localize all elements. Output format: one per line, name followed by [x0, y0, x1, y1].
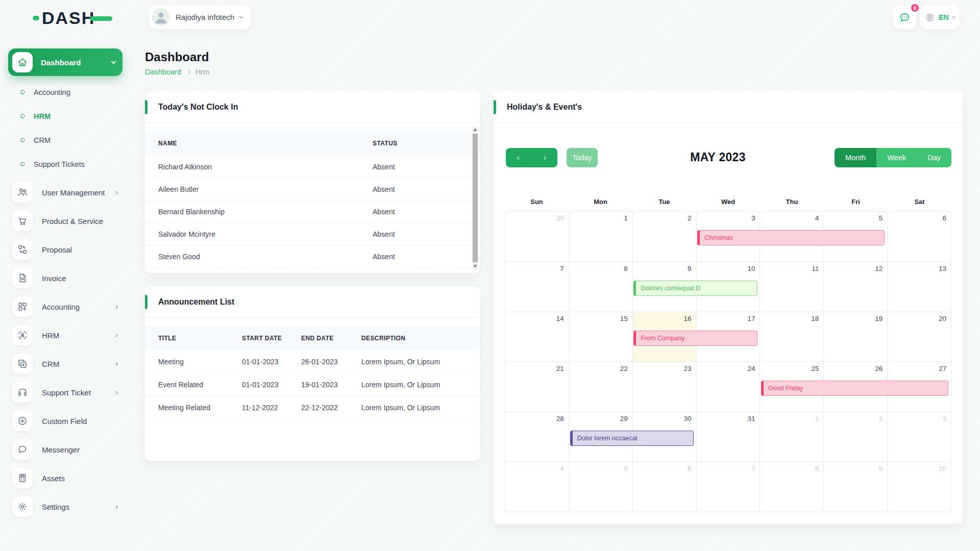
scroll-down-arrow[interactable] — [473, 265, 477, 268]
day-header-thu: Thu — [760, 198, 824, 211]
sidebar-item-user-management[interactable]: User Management — [8, 178, 122, 207]
calendar-event[interactable]: From Company — [633, 331, 757, 346]
sidebar-item-messenger[interactable]: Messenger — [8, 435, 122, 464]
calendar-day-cell[interactable]: 14 — [505, 312, 569, 362]
bullet-icon — [19, 89, 26, 95]
calendar-event[interactable]: Christmas — [697, 230, 885, 245]
sidebar-subitem-label: CRM — [34, 136, 51, 144]
calendar-day-cell[interactable]: 6 — [632, 462, 696, 512]
table-row: Aileen Butler Absent — [145, 178, 480, 201]
chevron-right-icon — [114, 190, 118, 194]
sidebar-item-support-ticket[interactable]: Support Ticket — [8, 378, 122, 407]
day-number: 11 — [812, 265, 819, 272]
notifications-button[interactable]: 0 — [893, 6, 916, 29]
calendar-day-cell[interactable]: 8 — [569, 262, 632, 312]
scrollbar-thumb[interactable] — [473, 134, 478, 262]
company-selector[interactable]: Rajodiya infotech — [149, 5, 251, 29]
chevron-down-icon — [952, 15, 955, 18]
sidebar-item-crm[interactable]: CRM — [8, 349, 122, 378]
breadcrumb-current: Hrm — [195, 68, 209, 76]
calendar-day-cell[interactable]: 1 — [760, 412, 823, 462]
day-number: 9 — [879, 465, 883, 472]
table-scrollbar[interactable] — [472, 126, 478, 270]
calendar-day-cell[interactable]: 3 — [887, 412, 951, 462]
calendar-day-cell[interactable]: 12 — [823, 262, 887, 312]
sidebar-item-settings[interactable]: Settings — [8, 492, 122, 521]
calendar-day-cell[interactable]: 2 — [823, 412, 887, 462]
calendar-day-cell[interactable]: 6 — [887, 212, 951, 262]
bullet-icon — [19, 137, 26, 143]
sidebar-item-hrm[interactable]: HRM — [8, 321, 122, 349]
calendar-day-cell[interactable]: 5 — [569, 462, 632, 512]
cell-status: Absent — [373, 253, 480, 261]
company-avatar — [152, 8, 170, 26]
day-number: 1 — [815, 415, 819, 422]
sidebar-subitem-hrm[interactable]: HRM — [8, 104, 122, 128]
sidebar-subitem-crm[interactable]: CRM — [8, 128, 122, 152]
sidebar-subitem-accounting[interactable]: Accounting — [8, 80, 122, 104]
calendar-day-cell[interactable]: 30 — [505, 212, 569, 262]
calendar-day-cell[interactable]: 19 — [823, 312, 887, 362]
calendar-day-cell[interactable]: 7 — [696, 462, 760, 512]
day-number: 5 — [624, 465, 628, 472]
day-number: 6 — [688, 465, 692, 472]
calendar-event[interactable]: Dolor lorem occaecat — [570, 431, 694, 446]
scroll-up-arrow[interactable] — [473, 128, 477, 131]
breadcrumb-dashboard-link[interactable]: Dashboard — [145, 68, 181, 76]
sidebar-subitem-support-tickets[interactable]: Support Tickets — [8, 152, 122, 176]
day-header-mon: Mon — [569, 198, 632, 211]
card-accent-bar — [494, 100, 496, 114]
person-focus-icon — [12, 325, 33, 345]
sidebar-item-assets[interactable]: Assets — [8, 464, 122, 492]
chevron-right-icon — [186, 70, 190, 74]
calendar-day-cell[interactable]: 4 — [505, 462, 569, 512]
column-header-end-date: END DATE — [301, 335, 361, 342]
calendar-view-switcher: Month Week Day — [835, 148, 951, 167]
sidebar-item-label: Custom Field — [42, 417, 122, 425]
cell-start-date: 01-01-2023 — [242, 358, 301, 366]
calendar-day-cell[interactable]: 24 — [696, 362, 760, 412]
view-month-button[interactable]: Month — [835, 148, 876, 167]
sidebar-item-custom-field[interactable]: Custom Field — [8, 407, 122, 435]
view-day-button[interactable]: Day — [917, 148, 951, 167]
calendar-day-cell[interactable]: 10 — [887, 462, 951, 512]
calendar-day-cell[interactable]: 2 — [632, 212, 696, 262]
day-header-wed: Wed — [696, 198, 760, 211]
home-icon — [12, 52, 33, 72]
sidebar-item-product-service[interactable]: Product & Service — [8, 207, 122, 235]
calendar-day-cell[interactable]: 7 — [505, 262, 569, 312]
calendar-day-cell[interactable]: 8 — [760, 462, 823, 512]
table-row: Meeting Related 11-12-2022 22-12-2022 Lo… — [145, 396, 480, 419]
sidebar-item-invoice[interactable]: Invoice — [8, 264, 122, 292]
calendar-day-cell[interactable]: 1 — [569, 212, 632, 262]
calendar-day-cell[interactable]: 13 — [887, 262, 951, 312]
calendar-day-cell[interactable]: 22 — [569, 362, 632, 412]
calendar-day-cell[interactable]: 21 — [505, 362, 569, 412]
day-number: 10 — [747, 265, 755, 272]
calendar-day-cell[interactable]: 11 — [760, 262, 823, 312]
day-number: 23 — [684, 365, 692, 372]
sidebar-item-label: Accounting — [42, 303, 115, 311]
calendar-day-cell[interactable]: 18 — [760, 312, 823, 362]
cell-start-date: 01-01-2023 — [242, 381, 301, 389]
calendar-event[interactable]: Dolores consequat D — [633, 281, 757, 296]
view-week-button[interactable]: Week — [876, 148, 917, 167]
sidebar: Dashboard Accounting HRM CRM Support Tic… — [8, 48, 122, 521]
sidebar-item-accounting[interactable]: Accounting — [8, 292, 122, 321]
calendar-day-cell[interactable]: 9 — [823, 462, 887, 512]
calendar-day-cell[interactable]: 31 — [696, 412, 760, 462]
calendar-day-cell[interactable]: 20 — [887, 312, 951, 362]
sidebar-item-label: Settings — [42, 503, 115, 511]
day-number: 14 — [556, 315, 564, 322]
calendar-day-cell[interactable]: 23 — [632, 362, 696, 412]
calendar-day-cell[interactable]: 15 — [569, 312, 632, 362]
sidebar-item-proposal[interactable]: Proposal — [8, 235, 122, 264]
column-header-title: TITLE — [158, 335, 242, 342]
sidebar-item-dashboard[interactable]: Dashboard — [8, 48, 122, 76]
language-selector[interactable]: EN — [920, 6, 960, 29]
day-number: 27 — [939, 365, 946, 372]
calendar-week: 21 22 23 24 25 26 27 Good Friday — [505, 362, 951, 412]
calendar-event[interactable]: Good Friday — [761, 381, 948, 396]
calendar-day-cell[interactable]: 28 — [505, 412, 569, 462]
table-header: TITLE START DATE END DATE DESCRIPTION — [145, 326, 480, 350]
